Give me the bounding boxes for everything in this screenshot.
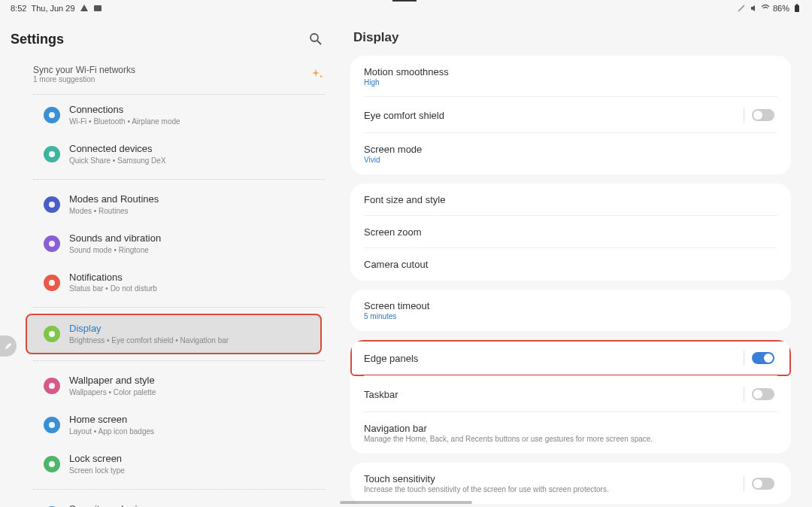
nav-item-title: Connected devices bbox=[69, 143, 166, 156]
divider bbox=[33, 489, 325, 490]
settings-card: Edge panelsTaskbarNavigation barManage t… bbox=[350, 340, 791, 454]
svg-line-4 bbox=[317, 41, 321, 44]
row-title: Taskbar bbox=[364, 389, 398, 400]
nav-icon bbox=[44, 235, 60, 252]
toggle-switch[interactable] bbox=[752, 109, 774, 121]
nav-item-title: Modes and Routines bbox=[69, 193, 159, 206]
setting-row-taskbar[interactable]: Taskbar bbox=[350, 376, 791, 412]
settings-card: Touch sensitivityIncrease the touch sens… bbox=[350, 463, 791, 504]
sidebar-item-wallpaper-and-style[interactable]: Wallpaper and style Wallpapers • Color p… bbox=[23, 367, 331, 405]
pencil-icon bbox=[5, 342, 12, 350]
svg-point-5 bbox=[49, 112, 55, 118]
divider bbox=[33, 94, 325, 95]
row-title: Eye comfort shield bbox=[364, 110, 444, 121]
nav-item-title: Sounds and vibration bbox=[69, 232, 161, 245]
sidebar-item-lock-screen[interactable]: Lock screen Screen lock type bbox=[23, 445, 331, 483]
status-bar: 8:52 Thu, Jun 29 86% bbox=[0, 0, 812, 17]
sidebar-item-modes-and-routines[interactable]: Modes and Routines Modes • Routines bbox=[23, 186, 331, 223]
settings-card: Font size and styleScreen zoomCamera cut… bbox=[350, 184, 791, 281]
nav-item-sub: Brightness • Eye comfort shield • Naviga… bbox=[69, 335, 229, 345]
toggle-switch[interactable] bbox=[752, 478, 774, 490]
row-sub: Vivid bbox=[364, 156, 422, 164]
svg-point-6 bbox=[49, 151, 55, 157]
settings-nav-panel: Settings Sync your Wi-Fi networks 1 more… bbox=[0, 17, 340, 507]
row-title: Screen zoom bbox=[364, 226, 422, 238]
nav-item-sub: Layout • App icon badges bbox=[69, 427, 154, 436]
nav-item-sub: Wallpapers • Color palette bbox=[69, 387, 156, 397]
status-time: 8:52 bbox=[11, 4, 26, 13]
nav-item-title: Security and privacy bbox=[69, 503, 180, 507]
top-accent-bar bbox=[392, 0, 417, 2]
sync-sub: 1 more suggestion bbox=[33, 75, 135, 83]
battery-icon bbox=[792, 4, 801, 13]
setting-row-screen-mode[interactable]: Screen modeVivid bbox=[350, 133, 791, 175]
svg-rect-1 bbox=[795, 5, 799, 12]
toggle-switch[interactable] bbox=[752, 352, 774, 364]
nav-item-title: Connections bbox=[69, 104, 180, 117]
pen-icon bbox=[737, 4, 746, 13]
settings-card: Motion smoothnessHighEye comfort shieldS… bbox=[350, 56, 791, 175]
nav-item-title: Notifications bbox=[69, 272, 157, 284]
row-desc: Increase the touch sensitivity of the sc… bbox=[364, 485, 609, 493]
sidebar-item-connected-devices[interactable]: Connected devices Quick Share • Samsung … bbox=[23, 135, 331, 173]
sync-suggestion[interactable]: Sync your Wi-Fi networks 1 more suggesti… bbox=[11, 60, 340, 94]
status-date: Thu, Jun 29 bbox=[31, 4, 74, 13]
sidebar-item-notifications[interactable]: Notifications Status bar • Do not distur… bbox=[23, 264, 331, 302]
setting-row-screen-zoom[interactable]: Screen zoom bbox=[350, 216, 791, 248]
setting-row-eye-comfort-shield[interactable]: Eye comfort shield bbox=[350, 97, 791, 133]
divider bbox=[33, 360, 325, 361]
svg-point-13 bbox=[49, 461, 55, 467]
nav-item-title: Home screen bbox=[69, 414, 154, 427]
toggle-separator bbox=[744, 351, 744, 366]
row-desc: Manage the Home, Back, and Recents butto… bbox=[364, 435, 653, 443]
divider bbox=[33, 179, 325, 180]
row-title: Font size and style bbox=[364, 194, 445, 205]
setting-row-touch-sensitivity[interactable]: Touch sensitivityIncrease the touch sens… bbox=[350, 463, 791, 504]
nav-icon bbox=[44, 456, 60, 472]
setting-row-motion-smoothness[interactable]: Motion smoothnessHigh bbox=[350, 56, 791, 97]
svg-point-3 bbox=[311, 34, 318, 41]
nav-item-sub: Modes • Routines bbox=[69, 206, 159, 216]
nav-item-title: Wallpaper and style bbox=[69, 375, 156, 387]
svg-point-11 bbox=[49, 383, 55, 389]
toggle-switch[interactable] bbox=[752, 388, 774, 400]
svg-point-12 bbox=[49, 422, 55, 428]
svg-point-9 bbox=[49, 280, 55, 286]
setting-row-font-size-and-style[interactable]: Font size and style bbox=[350, 184, 791, 216]
wifi-icon bbox=[761, 4, 770, 13]
settings-card: Screen timeout5 minutes bbox=[350, 290, 791, 331]
divider bbox=[33, 307, 325, 308]
nav-item-sub: Status bar • Do not disturb bbox=[69, 284, 157, 293]
nav-item-sub: Sound mode • Ringtone bbox=[69, 245, 161, 255]
sidebar-item-connections[interactable]: Connections Wi-Fi • Bluetooth • Airplane… bbox=[23, 96, 331, 134]
nav-icon bbox=[44, 378, 60, 394]
row-title: Motion smoothness bbox=[364, 66, 449, 77]
sidebar-item-display[interactable]: Display Brightness • Eye comfort shield … bbox=[26, 314, 322, 354]
row-title: Navigation bar bbox=[364, 423, 653, 434]
svg-rect-0 bbox=[94, 5, 102, 11]
battery-percent: 86% bbox=[773, 4, 789, 13]
setting-row-navigation-bar[interactable]: Navigation barManage the Home, Back, and… bbox=[350, 412, 791, 454]
nav-icon bbox=[44, 326, 60, 342]
setting-row-edge-panels[interactable]: Edge panels bbox=[350, 340, 791, 376]
nav-icon bbox=[44, 107, 60, 123]
row-title: Screen timeout bbox=[364, 300, 429, 311]
sidebar-item-home-screen[interactable]: Home screen Layout • App icon badges bbox=[23, 406, 331, 444]
nav-item-title: Display bbox=[69, 323, 229, 335]
sidebar-item-sounds-and-vibration[interactable]: Sounds and vibration Sound mode • Ringto… bbox=[23, 225, 331, 263]
setting-row-screen-timeout[interactable]: Screen timeout5 minutes bbox=[350, 290, 791, 331]
row-title: Edge panels bbox=[364, 353, 418, 364]
svg-point-10 bbox=[49, 331, 55, 337]
row-sub: High bbox=[364, 78, 449, 87]
nav-item-title: Lock screen bbox=[69, 453, 125, 466]
setting-row-camera-cutout[interactable]: Camera cutout bbox=[350, 248, 791, 281]
svg-point-8 bbox=[49, 241, 55, 247]
toggle-separator bbox=[744, 387, 744, 402]
toggle-separator bbox=[744, 108, 744, 123]
row-sub: 5 minutes bbox=[364, 312, 429, 320]
sidebar-item-security-and-privacy[interactable]: Security and privacy Biometrics • Permis… bbox=[23, 496, 331, 507]
mute-icon bbox=[749, 4, 758, 13]
search-button[interactable] bbox=[307, 30, 325, 48]
display-detail-panel: Display Motion smoothnessHighEye comfort… bbox=[340, 17, 812, 507]
scroll-indicator bbox=[340, 501, 472, 504]
